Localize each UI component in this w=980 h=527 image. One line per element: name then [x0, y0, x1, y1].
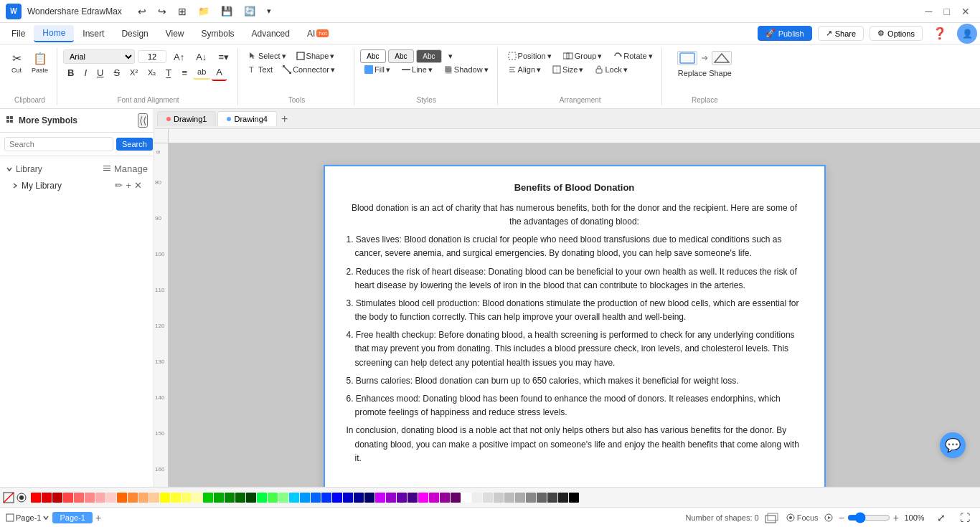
shape-button[interactable]: Shape▾	[292, 49, 339, 63]
quick-access-button[interactable]: ▾	[263, 4, 275, 19]
menu-item-home[interactable]: Home	[34, 25, 74, 42]
color-swatch[interactable]	[117, 493, 127, 503]
new-button[interactable]: ⊞	[174, 4, 191, 19]
search-button[interactable]: Search	[116, 138, 153, 151]
align-button2[interactable]: Align▾	[504, 63, 545, 77]
color-swatch[interactable]	[246, 493, 256, 503]
paste-button[interactable]: 📋Paste	[27, 49, 52, 76]
save-button[interactable]: 💾	[217, 4, 237, 19]
align-button[interactable]: ≡▾	[214, 49, 233, 65]
color-swatch[interactable]	[386, 493, 396, 503]
menu-item-view[interactable]: View	[157, 26, 193, 42]
color-swatch[interactable]	[235, 493, 245, 503]
fullscreen-button[interactable]: ⛶	[956, 510, 974, 526]
color-swatch[interactable]	[397, 493, 407, 503]
color-swatch[interactable]	[472, 493, 482, 503]
zoom-out-button[interactable]: −	[839, 512, 844, 523]
font-decrease-button[interactable]: A↓	[192, 49, 211, 65]
bg-color-button[interactable]: ab	[193, 65, 210, 80]
color-swatch[interactable]	[429, 493, 439, 503]
font-color-button[interactable]: A	[212, 65, 227, 81]
close-button[interactable]: ✕	[957, 4, 974, 19]
color-swatch[interactable]	[451, 493, 461, 503]
shape-style-3[interactable]: Abc	[416, 49, 442, 63]
chat-bubble[interactable]: 💬	[940, 432, 966, 458]
color-swatch[interactable]	[311, 493, 321, 503]
menu-item-ai[interactable]: AI hot	[298, 26, 337, 42]
fit-page-button[interactable]: ⤢	[933, 510, 950, 526]
my-library-edit-button[interactable]: ✏	[115, 180, 123, 191]
color-swatch[interactable]	[332, 493, 342, 503]
menu-item-insert[interactable]: Insert	[74, 26, 113, 42]
publish-button[interactable]: 🚀 Publish	[758, 26, 812, 41]
color-swatch[interactable]	[494, 493, 504, 503]
shape-style-2[interactable]: Abc	[388, 49, 414, 63]
font-size-input[interactable]	[138, 50, 166, 63]
color-swatch[interactable]	[106, 493, 116, 503]
menu-item-file[interactable]: File	[3, 26, 34, 42]
fill-button[interactable]: Fill▾	[360, 63, 395, 77]
font-family-select[interactable]: Arial	[63, 49, 135, 64]
recover-button[interactable]: 🔄	[240, 4, 260, 19]
color-swatch[interactable]	[321, 493, 331, 503]
add-page-button[interactable]: +	[95, 512, 101, 523]
color-swatch[interactable]	[192, 493, 202, 503]
color-swatch[interactable]	[300, 493, 310, 503]
zoom-in-button[interactable]: +	[893, 512, 899, 523]
strikethrough-button[interactable]: S	[109, 65, 124, 80]
replace-shape-button[interactable]: Replace Shape	[674, 67, 736, 80]
group-button[interactable]: Group▾	[559, 49, 607, 63]
minimize-button[interactable]: ─	[921, 4, 937, 19]
superscript-button[interactable]: X²	[126, 66, 142, 79]
color-swatch[interactable]	[214, 493, 224, 503]
color-swatch[interactable]	[569, 493, 579, 503]
rotate-button[interactable]: Rotate▾	[609, 49, 656, 63]
open-button[interactable]: 📁	[194, 4, 214, 19]
sidebar-collapse-button[interactable]: ⟨⟨	[138, 113, 148, 128]
bold-button[interactable]: B	[63, 65, 78, 80]
color-swatch[interactable]	[354, 493, 364, 503]
color-swatch[interactable]	[138, 493, 149, 503]
manage-button[interactable]: Manage	[114, 163, 148, 174]
list-button[interactable]: ≡	[177, 65, 192, 80]
library-header[interactable]: Library Manage	[6, 161, 148, 177]
color-swatch[interactable]	[461, 493, 471, 503]
color-swatch[interactable]	[364, 493, 374, 503]
color-swatch[interactable]	[257, 493, 267, 503]
subscript-button[interactable]: X₂	[143, 66, 160, 80]
color-swatch[interactable]	[558, 493, 568, 503]
underline-button[interactable]: U	[93, 65, 108, 80]
color-swatch[interactable]	[504, 493, 514, 503]
menu-item-symbols[interactable]: Symbols	[193, 26, 243, 42]
color-swatch[interactable]	[160, 493, 170, 503]
color-swatch[interactable]	[74, 493, 84, 503]
text-style-button[interactable]: T̲	[161, 65, 176, 80]
document-canvas[interactable]: Benefits of Blood Donation Blood donatio…	[324, 165, 826, 487]
maximize-button[interactable]: □	[940, 4, 954, 19]
color-swatch[interactable]	[343, 493, 353, 503]
color-swatch[interactable]	[289, 493, 299, 503]
shape-style-1[interactable]: Abc	[360, 49, 386, 63]
color-swatch[interactable]	[182, 493, 192, 503]
color-swatch[interactable]	[547, 493, 557, 503]
color-swatch[interactable]	[85, 493, 95, 503]
line-button[interactable]: Line▾	[397, 63, 437, 77]
color-swatch[interactable]	[225, 493, 235, 503]
menu-item-advanced[interactable]: Advanced	[243, 26, 298, 42]
select-button[interactable]: Select▾	[244, 49, 291, 63]
position-button[interactable]: Position▾	[504, 49, 556, 63]
help-button[interactable]: ❓	[928, 24, 951, 42]
color-swatch[interactable]	[128, 493, 138, 503]
size-button[interactable]: Size▾	[548, 63, 588, 77]
styles-expand-button[interactable]: ▾	[444, 49, 457, 63]
color-swatch[interactable]	[171, 493, 181, 503]
options-button[interactable]: ⚙ Options	[870, 26, 923, 41]
color-swatch[interactable]	[278, 493, 288, 503]
redo-button[interactable]: ↪	[154, 4, 171, 19]
undo-button[interactable]: ↩	[133, 4, 151, 19]
zoom-slider[interactable]	[847, 512, 890, 523]
menu-item-design[interactable]: Design	[113, 26, 156, 42]
text-button[interactable]: T Text	[244, 63, 277, 76]
my-library-add-button[interactable]: +	[126, 180, 131, 191]
share-button[interactable]: ↗ Share	[818, 26, 864, 41]
